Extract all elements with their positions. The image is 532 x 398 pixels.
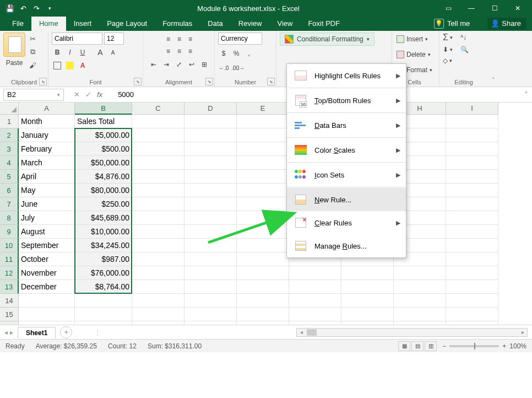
- cell[interactable]: [446, 184, 498, 197]
- cell[interactable]: [237, 252, 289, 266]
- cell[interactable]: [446, 280, 498, 294]
- cell[interactable]: [237, 184, 289, 197]
- cell[interactable]: [394, 321, 446, 325]
- cell[interactable]: [237, 197, 289, 211]
- cell[interactable]: [237, 211, 289, 225]
- cell[interactable]: [446, 239, 498, 252]
- tab-foxit-pdf[interactable]: Foxit PDF: [300, 17, 348, 31]
- select-all-corner[interactable]: [0, 103, 19, 115]
- cell[interactable]: [446, 142, 498, 156]
- cell[interactable]: [132, 280, 184, 294]
- cell[interactable]: [446, 252, 498, 266]
- cell[interactable]: [237, 266, 289, 280]
- cell[interactable]: $4,876.00: [75, 170, 132, 184]
- undo-icon[interactable]: ↶: [19, 4, 28, 13]
- cell[interactable]: [184, 280, 237, 294]
- cell[interactable]: [394, 280, 446, 294]
- cell[interactable]: April: [19, 170, 75, 184]
- new-sheet-button[interactable]: +: [60, 326, 72, 338]
- cell[interactable]: [237, 321, 289, 325]
- cell[interactable]: [132, 115, 184, 128]
- grow-font-icon[interactable]: A: [95, 47, 106, 58]
- percent-format-icon[interactable]: %: [231, 48, 242, 59]
- row-header[interactable]: 16: [0, 321, 19, 325]
- cell[interactable]: $34,245.00: [75, 239, 132, 252]
- row-header[interactable]: 12: [0, 266, 19, 280]
- ribbon-display-icon[interactable]: ▭: [437, 1, 459, 16]
- font-size-select[interactable]: [104, 33, 124, 45]
- cell[interactable]: $10,000.00: [75, 225, 132, 239]
- cell[interactable]: [75, 321, 132, 325]
- column-header[interactable]: D: [184, 103, 237, 115]
- row-header[interactable]: 15: [0, 308, 19, 321]
- cell[interactable]: [237, 170, 289, 184]
- increase-decimal-icon[interactable]: ←.0: [218, 62, 229, 73]
- cell[interactable]: [446, 266, 498, 280]
- save-icon[interactable]: 💾: [6, 4, 14, 13]
- cell[interactable]: [289, 266, 341, 280]
- cell[interactable]: [19, 321, 75, 325]
- cell[interactable]: [132, 142, 184, 156]
- cell[interactable]: [132, 128, 184, 142]
- cell[interactable]: [184, 142, 237, 156]
- cell[interactable]: [446, 170, 498, 184]
- column-header[interactable]: I: [446, 103, 498, 115]
- increase-indent-icon[interactable]: ⇥: [161, 59, 172, 70]
- cell[interactable]: [19, 294, 75, 308]
- cf-icon-sets[interactable]: Icon Sets ▶: [287, 163, 406, 186]
- row-header[interactable]: 6: [0, 184, 19, 197]
- cell[interactable]: [237, 225, 289, 239]
- cell[interactable]: [184, 321, 237, 325]
- cell[interactable]: [184, 115, 237, 128]
- copy-icon[interactable]: ⧉: [28, 47, 37, 57]
- tell-me-label[interactable]: Tell me: [447, 19, 470, 28]
- cell[interactable]: $5,000.00: [75, 128, 132, 142]
- row-header[interactable]: 1: [0, 115, 19, 128]
- cf-data-bars[interactable]: Data Bars ▶: [287, 114, 406, 137]
- cell[interactable]: [446, 211, 498, 225]
- cf-top-bottom-rules[interactable]: Top/Bottom Rules ▶: [287, 89, 406, 112]
- border-icon[interactable]: [52, 60, 63, 71]
- cell[interactable]: [184, 308, 237, 321]
- cell[interactable]: [184, 294, 237, 308]
- cell[interactable]: [394, 308, 446, 321]
- cell[interactable]: [289, 308, 341, 321]
- font-launcher-icon[interactable]: ⬊: [134, 78, 142, 85]
- cell[interactable]: $500.00: [75, 142, 132, 156]
- cell[interactable]: [289, 321, 341, 325]
- cell[interactable]: November: [19, 266, 75, 280]
- tab-file[interactable]: File: [4, 17, 31, 31]
- insert-function-icon[interactable]: fx: [97, 90, 102, 99]
- cancel-formula-icon[interactable]: ✕: [74, 90, 80, 99]
- cf-highlight-cells-rules[interactable]: Highlight Cells Rules ▶: [287, 64, 406, 87]
- zoom-out-button[interactable]: −: [442, 342, 446, 350]
- cell[interactable]: [184, 225, 237, 239]
- alignment-launcher-icon[interactable]: ⬊: [205, 78, 213, 85]
- cell[interactable]: [446, 308, 498, 321]
- page-layout-view-icon[interactable]: ▤: [411, 341, 424, 351]
- cell[interactable]: [237, 294, 289, 308]
- orientation-icon[interactable]: ⤢: [173, 59, 184, 70]
- cell[interactable]: [184, 266, 237, 280]
- cell[interactable]: [446, 294, 498, 308]
- cell[interactable]: [132, 294, 184, 308]
- cell[interactable]: [446, 197, 498, 211]
- cell[interactable]: [341, 280, 394, 294]
- cell[interactable]: [446, 321, 498, 325]
- minimize-button[interactable]: —: [460, 1, 482, 16]
- cell[interactable]: [132, 211, 184, 225]
- cell[interactable]: [132, 321, 184, 325]
- cell[interactable]: [184, 184, 237, 197]
- fill-icon[interactable]: ⬇: [443, 46, 448, 53]
- row-header[interactable]: 14: [0, 294, 19, 308]
- find-select-icon[interactable]: 🔍: [460, 46, 469, 53]
- normal-view-icon[interactable]: ▦: [398, 341, 410, 351]
- align-middle-icon[interactable]: ≡: [174, 34, 185, 45]
- row-header[interactable]: 9: [0, 225, 19, 239]
- cell[interactable]: [184, 156, 237, 170]
- name-box[interactable]: B2▾: [3, 89, 64, 101]
- cell[interactable]: [132, 156, 184, 170]
- cell[interactable]: Month: [19, 115, 75, 128]
- number-launcher-icon[interactable]: ⬊: [267, 78, 275, 85]
- zoom-level[interactable]: 100%: [509, 342, 526, 350]
